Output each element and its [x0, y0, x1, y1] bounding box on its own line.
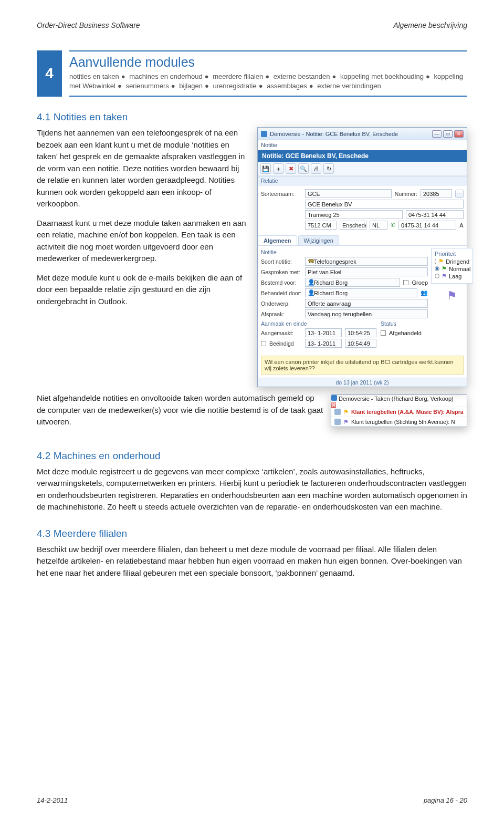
label-notitie: Notitie — [261, 249, 428, 255]
section-number: 4 — [37, 50, 62, 97]
popup-titlebar[interactable]: Demoversie - Taken (Richard Borg, Verkoo… — [331, 395, 467, 407]
label-status: Status — [381, 320, 428, 327]
field-afspraak[interactable]: Vandaag nog terugbellen — [305, 309, 428, 318]
label-afspraak: Afspraak: — [261, 311, 302, 317]
checkbox-groep[interactable] — [403, 280, 408, 285]
refresh-icon[interactable]: ↻ — [323, 163, 334, 174]
field-phone2: 0475-31 14 44 — [398, 221, 456, 230]
print-icon[interactable]: 🖨 — [311, 163, 321, 174]
label-sorteernaam: Sorteernaam: — [261, 191, 302, 197]
field-company: GCE Benelux BV — [305, 200, 464, 209]
group-relatie: Relatie — [258, 176, 467, 185]
note-text[interactable]: Wil een canon printer inkjet die uitslui… — [261, 356, 464, 375]
page-footer: 14-2-2011 pagina 16 - 20 — [37, 796, 467, 804]
flag-large-icon: ⚑ — [431, 289, 473, 303]
tabs: Algemeen Wijzigingen — [258, 235, 467, 246]
field-gesprokenmet[interactable]: Piet van Ekel — [305, 267, 428, 276]
heading-4-2: 4.2 Machines en onderhoud — [37, 450, 467, 462]
field-aangemaakt-time[interactable]: 10:54:25 — [345, 328, 376, 337]
field-beeindigd-date[interactable]: 13- 1-2011 — [305, 339, 342, 348]
para-5: Met deze module registreert u de gegeven… — [37, 466, 467, 513]
para-6: Beschikt uw bedrijf over meerdere filial… — [37, 544, 467, 579]
prio-urgent[interactable]: ⚑Dringend — [435, 258, 469, 265]
field-soort[interactable]: ☎Telefoongesprek — [305, 257, 428, 266]
checkbox-beeindigd[interactable] — [261, 341, 266, 346]
blue-header: Notitie: GCE Benelux BV, Enschede — [258, 150, 467, 162]
label-afgehandeld: Afgehandeld — [389, 330, 422, 336]
para-2: Daarnaast kunt u met deze module taken a… — [37, 217, 248, 265]
label-bestemdvoor: Bestemd voor: — [261, 279, 302, 286]
label-onderwerp: Onderwerp: — [261, 300, 302, 307]
notitie-window: Demoversie - Notitie: GCE Benelux BV, En… — [257, 127, 467, 387]
app-icon — [261, 131, 267, 137]
person-icon[interactable]: 👥 — [421, 289, 428, 296]
tasks-popup: Demoversie - Taken (Richard Borg, Verkoo… — [331, 395, 467, 427]
field-onderwerp[interactable]: Offerte aanvraag — [305, 299, 428, 308]
letter-a: A — [459, 222, 464, 229]
field-sorteernaam[interactable]: GCE — [305, 189, 392, 198]
heading-4-3: 4.3 Meerdere filialen — [37, 528, 467, 539]
save-icon[interactable]: 💾 — [260, 163, 271, 174]
field-street: Tramweg 25 — [305, 210, 403, 219]
label-nummer: Nummer: — [395, 191, 417, 197]
label-gesprokenmet: Gesproken met: — [261, 269, 302, 275]
flag-icon: ⚑ — [343, 409, 349, 415]
minimize-button[interactable]: — — [432, 130, 442, 138]
field-behandelddoor[interactable]: 👤Richard Borg — [305, 288, 417, 297]
flag-icon: ⚑ — [343, 419, 349, 425]
label-groep: Groep — [412, 279, 428, 286]
label-beeindigd: Beëindigd — [269, 340, 302, 347]
heading-4-1: 4.1 Notities en taken — [37, 111, 467, 123]
close-button[interactable]: ✕ — [454, 130, 464, 138]
popup-title: Demoversie - Taken (Richard Borg, Verkoo… — [339, 396, 454, 402]
task-icon — [334, 419, 341, 425]
popup-item-1[interactable]: ⚑ Klant terugbellen (A.&A. Music BV): Af… — [331, 407, 467, 417]
window-title: Demoversie - Notitie: GCE Benelux BV, En… — [270, 131, 398, 137]
header-right: Algemene beschrijving — [393, 21, 467, 29]
checkbox-afgehandeld[interactable] — [381, 330, 386, 336]
prio-normal[interactable]: ⚑Normaal — [435, 265, 469, 272]
label-aangemaakt: Aangemaakt: — [261, 330, 302, 336]
section-title: Aanvullende modules — [69, 55, 467, 70]
field-zip: 7512 CM — [305, 221, 337, 230]
priority-box: Prioriteit ⚑Dringend ⚑Normaal ⚑Laag — [431, 248, 473, 284]
running-header: Order-Direct Business Software Algemene … — [37, 21, 467, 29]
header-left: Order-Direct Business Software — [37, 21, 140, 29]
label-aanmaak: Aanmaak en einde — [261, 320, 376, 327]
field-aangemaakt-date[interactable]: 13- 1-2011 — [305, 328, 342, 337]
label-behandelddoor: Behandeld door: — [261, 290, 302, 296]
field-city: Enschede — [340, 221, 366, 230]
field-beeindigd-time[interactable]: 10:54:49 — [345, 339, 376, 348]
footer-date: 14-2-2011 — [37, 796, 68, 804]
label-prioriteit: Prioriteit — [435, 251, 469, 257]
prio-low[interactable]: ⚑Laag — [435, 273, 469, 279]
delete-icon[interactable]: ✖ — [286, 163, 296, 174]
lookup-icon[interactable]: ⋯ — [455, 190, 464, 198]
para-1: Tijdens het aannemen van een telefoonges… — [37, 127, 248, 210]
popup-app-icon — [331, 395, 337, 401]
new-icon[interactable]: ＋ — [273, 163, 284, 174]
label-soort: Soort notitie: — [261, 258, 302, 265]
popup-item-2[interactable]: ⚑ Klant terugbellen (Stichting 5th Avenu… — [331, 417, 467, 427]
field-nummer[interactable]: 20385 — [421, 189, 452, 198]
tab-wijzigingen[interactable]: Wijzigingen — [298, 235, 339, 245]
field-bestemdvoor[interactable]: 👤Richard Borg — [305, 278, 400, 287]
phone-icon[interactable]: ✆ — [391, 222, 395, 229]
toolbar: 💾 ＋ ✖ 🔍 🖨 ↻ — [258, 162, 467, 176]
footer-page: pagina 16 - 20 — [424, 796, 467, 804]
tab-algemeen[interactable]: Algemeen — [258, 235, 297, 245]
para-3: Met deze module kunt u ook de e-mails be… — [37, 272, 248, 308]
field-country: NL — [370, 221, 387, 230]
popup-close-button[interactable]: ✕ — [331, 402, 336, 408]
titlebar[interactable]: Demoversie - Notitie: GCE Benelux BV, En… — [258, 128, 467, 140]
task-icon — [334, 409, 341, 415]
statusbar: do 13 jan 2011 (wk 2) — [258, 378, 467, 387]
menubar-notitie[interactable]: Notitie — [258, 140, 467, 150]
search-icon[interactable]: 🔍 — [298, 163, 309, 174]
section-banner: 4 Aanvullende modules notities en taken●… — [37, 50, 467, 97]
field-phone: 0475-31 14 44 — [406, 210, 464, 219]
section-subtitle: notities en taken● machines en onderhoud… — [69, 72, 467, 90]
maximize-button[interactable]: ▭ — [443, 130, 453, 138]
